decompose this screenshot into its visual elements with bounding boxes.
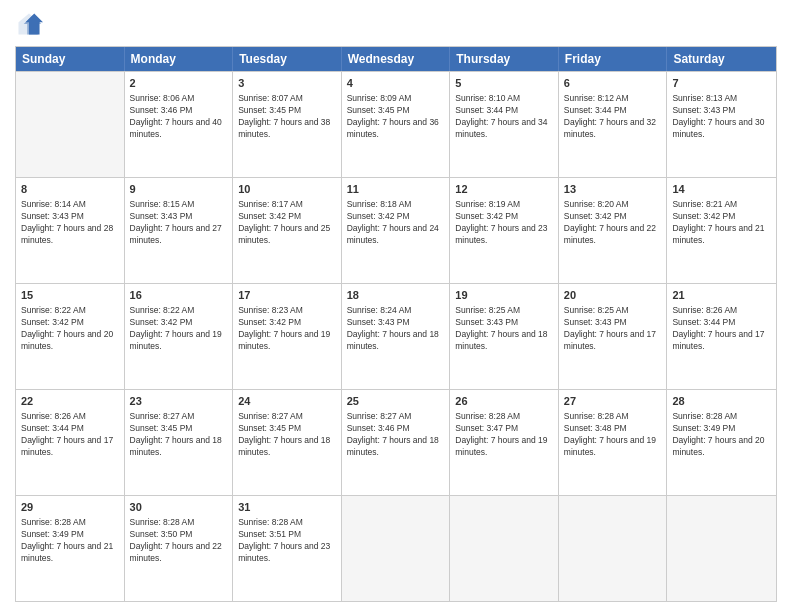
day-info: Sunrise: 8:15 AMSunset: 3:43 PMDaylight:… — [130, 199, 222, 245]
calendar-cell — [667, 496, 776, 601]
calendar-cell: 25 Sunrise: 8:27 AMSunset: 3:46 PMDaylig… — [342, 390, 451, 495]
calendar-cell: 7 Sunrise: 8:13 AMSunset: 3:43 PMDayligh… — [667, 72, 776, 177]
header-saturday: Saturday — [667, 47, 776, 71]
day-number: 10 — [238, 182, 336, 197]
day-info: Sunrise: 8:28 AMSunset: 3:48 PMDaylight:… — [564, 411, 656, 457]
day-info: Sunrise: 8:27 AMSunset: 3:45 PMDaylight:… — [238, 411, 330, 457]
calendar-cell: 28 Sunrise: 8:28 AMSunset: 3:49 PMDaylig… — [667, 390, 776, 495]
calendar-cell: 30 Sunrise: 8:28 AMSunset: 3:50 PMDaylig… — [125, 496, 234, 601]
day-info: Sunrise: 8:20 AMSunset: 3:42 PMDaylight:… — [564, 199, 656, 245]
calendar-cell — [342, 496, 451, 601]
header-thursday: Thursday — [450, 47, 559, 71]
day-number: 20 — [564, 288, 662, 303]
calendar-cell: 26 Sunrise: 8:28 AMSunset: 3:47 PMDaylig… — [450, 390, 559, 495]
calendar-cell: 13 Sunrise: 8:20 AMSunset: 3:42 PMDaylig… — [559, 178, 668, 283]
day-info: Sunrise: 8:25 AMSunset: 3:43 PMDaylight:… — [455, 305, 547, 351]
day-number: 2 — [130, 76, 228, 91]
calendar-cell: 22 Sunrise: 8:26 AMSunset: 3:44 PMDaylig… — [16, 390, 125, 495]
calendar-cell: 5 Sunrise: 8:10 AMSunset: 3:44 PMDayligh… — [450, 72, 559, 177]
calendar-cell: 19 Sunrise: 8:25 AMSunset: 3:43 PMDaylig… — [450, 284, 559, 389]
day-number: 17 — [238, 288, 336, 303]
logo-icon — [15, 10, 43, 38]
day-info: Sunrise: 8:22 AMSunset: 3:42 PMDaylight:… — [21, 305, 113, 351]
calendar-cell: 17 Sunrise: 8:23 AMSunset: 3:42 PMDaylig… — [233, 284, 342, 389]
day-number: 11 — [347, 182, 445, 197]
calendar-cell: 9 Sunrise: 8:15 AMSunset: 3:43 PMDayligh… — [125, 178, 234, 283]
calendar-row-3: 15 Sunrise: 8:22 AMSunset: 3:42 PMDaylig… — [16, 283, 776, 389]
calendar-cell: 27 Sunrise: 8:28 AMSunset: 3:48 PMDaylig… — [559, 390, 668, 495]
header-wednesday: Wednesday — [342, 47, 451, 71]
day-number: 23 — [130, 394, 228, 409]
day-info: Sunrise: 8:28 AMSunset: 3:50 PMDaylight:… — [130, 517, 222, 563]
day-info: Sunrise: 8:23 AMSunset: 3:42 PMDaylight:… — [238, 305, 330, 351]
header-tuesday: Tuesday — [233, 47, 342, 71]
day-number: 28 — [672, 394, 771, 409]
calendar-cell: 23 Sunrise: 8:27 AMSunset: 3:45 PMDaylig… — [125, 390, 234, 495]
calendar-cell: 10 Sunrise: 8:17 AMSunset: 3:42 PMDaylig… — [233, 178, 342, 283]
day-info: Sunrise: 8:12 AMSunset: 3:44 PMDaylight:… — [564, 93, 656, 139]
day-info: Sunrise: 8:22 AMSunset: 3:42 PMDaylight:… — [130, 305, 222, 351]
day-info: Sunrise: 8:26 AMSunset: 3:44 PMDaylight:… — [21, 411, 113, 457]
day-number: 15 — [21, 288, 119, 303]
day-number: 29 — [21, 500, 119, 515]
day-info: Sunrise: 8:27 AMSunset: 3:45 PMDaylight:… — [130, 411, 222, 457]
calendar-cell: 29 Sunrise: 8:28 AMSunset: 3:49 PMDaylig… — [16, 496, 125, 601]
day-info: Sunrise: 8:10 AMSunset: 3:44 PMDaylight:… — [455, 93, 547, 139]
day-number: 8 — [21, 182, 119, 197]
calendar-row-4: 22 Sunrise: 8:26 AMSunset: 3:44 PMDaylig… — [16, 389, 776, 495]
day-info: Sunrise: 8:28 AMSunset: 3:49 PMDaylight:… — [672, 411, 764, 457]
logo — [15, 10, 47, 38]
calendar-cell: 14 Sunrise: 8:21 AMSunset: 3:42 PMDaylig… — [667, 178, 776, 283]
calendar-cell: 3 Sunrise: 8:07 AMSunset: 3:45 PMDayligh… — [233, 72, 342, 177]
day-number: 19 — [455, 288, 553, 303]
calendar-cell: 20 Sunrise: 8:25 AMSunset: 3:43 PMDaylig… — [559, 284, 668, 389]
day-number: 7 — [672, 76, 771, 91]
day-number: 4 — [347, 76, 445, 91]
day-number: 6 — [564, 76, 662, 91]
day-number: 3 — [238, 76, 336, 91]
day-info: Sunrise: 8:28 AMSunset: 3:51 PMDaylight:… — [238, 517, 330, 563]
day-info: Sunrise: 8:28 AMSunset: 3:47 PMDaylight:… — [455, 411, 547, 457]
day-number: 5 — [455, 76, 553, 91]
day-info: Sunrise: 8:25 AMSunset: 3:43 PMDaylight:… — [564, 305, 656, 351]
calendar-row-2: 8 Sunrise: 8:14 AMSunset: 3:43 PMDayligh… — [16, 177, 776, 283]
calendar-cell: 12 Sunrise: 8:19 AMSunset: 3:42 PMDaylig… — [450, 178, 559, 283]
day-number: 24 — [238, 394, 336, 409]
day-info: Sunrise: 8:19 AMSunset: 3:42 PMDaylight:… — [455, 199, 547, 245]
calendar-row-5: 29 Sunrise: 8:28 AMSunset: 3:49 PMDaylig… — [16, 495, 776, 601]
day-number: 21 — [672, 288, 771, 303]
day-info: Sunrise: 8:21 AMSunset: 3:42 PMDaylight:… — [672, 199, 764, 245]
day-number: 25 — [347, 394, 445, 409]
page-header — [15, 10, 777, 38]
day-info: Sunrise: 8:28 AMSunset: 3:49 PMDaylight:… — [21, 517, 113, 563]
calendar-header: Sunday Monday Tuesday Wednesday Thursday… — [16, 47, 776, 71]
calendar-cell — [16, 72, 125, 177]
day-info: Sunrise: 8:14 AMSunset: 3:43 PMDaylight:… — [21, 199, 113, 245]
calendar-cell: 21 Sunrise: 8:26 AMSunset: 3:44 PMDaylig… — [667, 284, 776, 389]
calendar-body: 2 Sunrise: 8:06 AMSunset: 3:46 PMDayligh… — [16, 71, 776, 601]
day-number: 30 — [130, 500, 228, 515]
day-number: 27 — [564, 394, 662, 409]
calendar-cell — [450, 496, 559, 601]
day-info: Sunrise: 8:17 AMSunset: 3:42 PMDaylight:… — [238, 199, 330, 245]
calendar-cell: 6 Sunrise: 8:12 AMSunset: 3:44 PMDayligh… — [559, 72, 668, 177]
calendar-cell: 15 Sunrise: 8:22 AMSunset: 3:42 PMDaylig… — [16, 284, 125, 389]
day-number: 18 — [347, 288, 445, 303]
calendar-cell: 18 Sunrise: 8:24 AMSunset: 3:43 PMDaylig… — [342, 284, 451, 389]
day-info: Sunrise: 8:09 AMSunset: 3:45 PMDaylight:… — [347, 93, 439, 139]
header-friday: Friday — [559, 47, 668, 71]
calendar-row-1: 2 Sunrise: 8:06 AMSunset: 3:46 PMDayligh… — [16, 71, 776, 177]
header-sunday: Sunday — [16, 47, 125, 71]
calendar-cell: 2 Sunrise: 8:06 AMSunset: 3:46 PMDayligh… — [125, 72, 234, 177]
day-info: Sunrise: 8:13 AMSunset: 3:43 PMDaylight:… — [672, 93, 764, 139]
calendar-cell: 4 Sunrise: 8:09 AMSunset: 3:45 PMDayligh… — [342, 72, 451, 177]
day-number: 31 — [238, 500, 336, 515]
calendar: Sunday Monday Tuesday Wednesday Thursday… — [15, 46, 777, 602]
calendar-cell: 8 Sunrise: 8:14 AMSunset: 3:43 PMDayligh… — [16, 178, 125, 283]
day-number: 9 — [130, 182, 228, 197]
day-info: Sunrise: 8:18 AMSunset: 3:42 PMDaylight:… — [347, 199, 439, 245]
calendar-cell: 11 Sunrise: 8:18 AMSunset: 3:42 PMDaylig… — [342, 178, 451, 283]
calendar-page: Sunday Monday Tuesday Wednesday Thursday… — [0, 0, 792, 612]
day-info: Sunrise: 8:07 AMSunset: 3:45 PMDaylight:… — [238, 93, 330, 139]
day-number: 22 — [21, 394, 119, 409]
